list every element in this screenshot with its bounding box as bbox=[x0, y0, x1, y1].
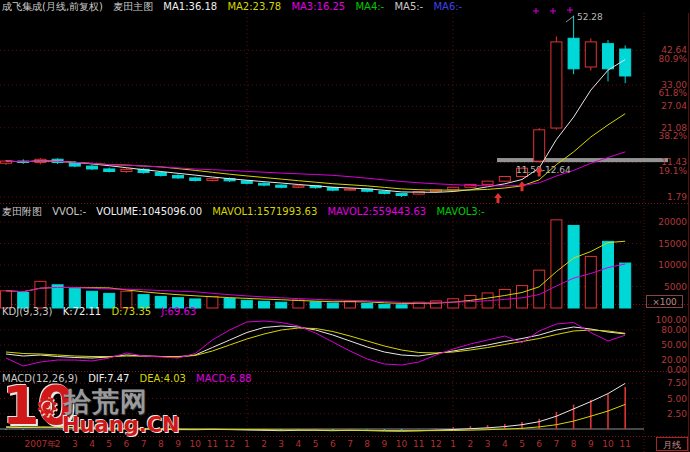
volume-series bbox=[1, 220, 631, 308]
ma1-value: MA1:36.18 bbox=[163, 1, 217, 12]
volume-bar bbox=[52, 285, 63, 308]
svg-text:4: 4 bbox=[296, 439, 302, 449]
svg-text:3: 3 bbox=[485, 439, 491, 449]
svg-text:10: 10 bbox=[396, 439, 408, 449]
svg-text:19.1%: 19.1% bbox=[658, 166, 687, 176]
svg-text:4: 4 bbox=[502, 439, 508, 449]
d-value: D:73.35 bbox=[111, 306, 151, 317]
svg-text:38.2%: 38.2% bbox=[658, 131, 687, 141]
svg-text:10000: 10000 bbox=[658, 260, 687, 270]
svg-text:2: 2 bbox=[468, 439, 474, 449]
svg-text:20000: 20000 bbox=[658, 217, 687, 227]
svg-text:27.04: 27.04 bbox=[661, 101, 687, 111]
kdj-panel-header: KDJ(9,3,3) K:72.11 D:73.35 J:69.63 bbox=[2, 306, 203, 318]
axis-labels: 42.6480.9%33.0061.8%27.0421.0838.2%11.43… bbox=[656, 45, 688, 418]
svg-text:1.79: 1.79 bbox=[667, 192, 687, 202]
candlestick bbox=[482, 181, 493, 184]
volume-bar bbox=[276, 302, 287, 308]
volume-bar bbox=[224, 299, 235, 308]
volume-bar bbox=[603, 241, 614, 308]
candlestick bbox=[173, 175, 184, 178]
volume-bar bbox=[241, 300, 252, 308]
sell-point-markers bbox=[533, 7, 573, 14]
volume-bar bbox=[259, 301, 270, 308]
svg-text:80.00: 80.00 bbox=[661, 325, 687, 335]
candlestick bbox=[396, 193, 407, 195]
svg-text:8: 8 bbox=[158, 439, 164, 449]
svg-text:5000: 5000 bbox=[664, 282, 687, 292]
volume-bar bbox=[379, 304, 390, 308]
volume-bar bbox=[396, 305, 407, 308]
svg-text:2.50: 2.50 bbox=[667, 409, 687, 419]
volume-bar bbox=[585, 256, 596, 308]
svg-text:9: 9 bbox=[382, 439, 388, 449]
candlestick bbox=[207, 179, 218, 181]
volume-bar bbox=[448, 299, 459, 308]
kdj-lines bbox=[6, 321, 625, 366]
candlestick bbox=[259, 183, 270, 185]
candlestick bbox=[87, 166, 98, 169]
j-value: J:69.63 bbox=[161, 306, 196, 317]
dea-value: DEA:4.03 bbox=[140, 373, 186, 384]
mavol2-value: MAVOL2:559443.63 bbox=[327, 206, 426, 217]
svg-text:3: 3 bbox=[278, 439, 284, 449]
svg-text:7: 7 bbox=[141, 439, 147, 449]
svg-text:15000: 15000 bbox=[658, 239, 687, 249]
kdj-title: KDJ(9,3,3) bbox=[2, 306, 52, 317]
candlestick bbox=[327, 188, 338, 191]
svg-text:10: 10 bbox=[602, 439, 614, 449]
mavol3-value: MAVOL3:- bbox=[436, 206, 484, 217]
candlestick bbox=[293, 186, 304, 187]
svg-text:6: 6 bbox=[124, 439, 130, 449]
macd-value: MACD:6.88 bbox=[196, 373, 252, 384]
candlestick bbox=[620, 49, 631, 76]
up-arrow-icon bbox=[494, 193, 502, 203]
svg-text:9: 9 bbox=[175, 439, 181, 449]
svg-text:2007年: 2007年 bbox=[24, 439, 56, 449]
svg-text:100.00: 100.00 bbox=[656, 315, 688, 325]
candlestick bbox=[121, 169, 132, 171]
macd-title: MACD(12,26,9) bbox=[2, 373, 78, 384]
up-arrow-icon bbox=[518, 181, 526, 191]
svg-text:20.00: 20.00 bbox=[661, 355, 687, 365]
svg-text:5: 5 bbox=[106, 439, 112, 449]
candlestick bbox=[190, 178, 201, 181]
candlestick bbox=[276, 185, 287, 187]
volume-bar bbox=[35, 281, 46, 308]
candlestick bbox=[104, 169, 115, 172]
period-selector[interactable]: 月线 bbox=[657, 438, 688, 451]
svg-text:7.50: 7.50 bbox=[667, 378, 687, 388]
volume-bar bbox=[310, 302, 321, 308]
volume-bar bbox=[293, 300, 304, 308]
svg-text:6: 6 bbox=[536, 439, 542, 449]
svg-text:1: 1 bbox=[244, 439, 250, 449]
candlestick bbox=[499, 177, 510, 182]
macd-series bbox=[0, 383, 644, 431]
volume-bar bbox=[362, 303, 373, 308]
svg-text:11.50-12.64: 11.50-12.64 bbox=[516, 165, 571, 175]
kdj-line-j bbox=[6, 321, 625, 366]
time-axis: 2007年23456789101112123456789101112123456… bbox=[24, 439, 630, 449]
svg-text:9: 9 bbox=[588, 439, 594, 449]
candlestick bbox=[534, 130, 545, 161]
svg-text:1: 1 bbox=[450, 439, 456, 449]
svg-text:8: 8 bbox=[364, 439, 370, 449]
svg-text:6: 6 bbox=[330, 439, 336, 449]
svg-text:11: 11 bbox=[413, 439, 424, 449]
svg-text:12: 12 bbox=[224, 439, 235, 449]
indicator-title: 麦田主图 bbox=[113, 1, 153, 12]
main-chart-header: 成飞集成(月线,前复权) 麦田主图 MA1:36.18 MA2:23.78 MA… bbox=[2, 1, 469, 13]
volume-bar bbox=[207, 296, 218, 308]
candlestick bbox=[241, 181, 252, 184]
volume-value: VOLUME:1045096.00 bbox=[96, 206, 202, 217]
candlestick bbox=[155, 173, 166, 176]
volume-bar bbox=[327, 303, 338, 308]
stock-chart-window: 42.6480.9%33.0061.8%27.0421.0838.2%11.43… bbox=[0, 0, 690, 452]
mavol1-value: MAVOL1:1571993.63 bbox=[212, 206, 317, 217]
svg-text:2: 2 bbox=[55, 439, 61, 449]
volume-bar bbox=[620, 263, 631, 308]
ma6-value: MA6:- bbox=[433, 1, 462, 12]
macd-panel-header: MACD(12,26,9) DIF:7.47 DEA:4.03 MACD:6.8… bbox=[2, 373, 259, 385]
volume-bar bbox=[534, 270, 545, 308]
candlestick bbox=[603, 44, 614, 69]
